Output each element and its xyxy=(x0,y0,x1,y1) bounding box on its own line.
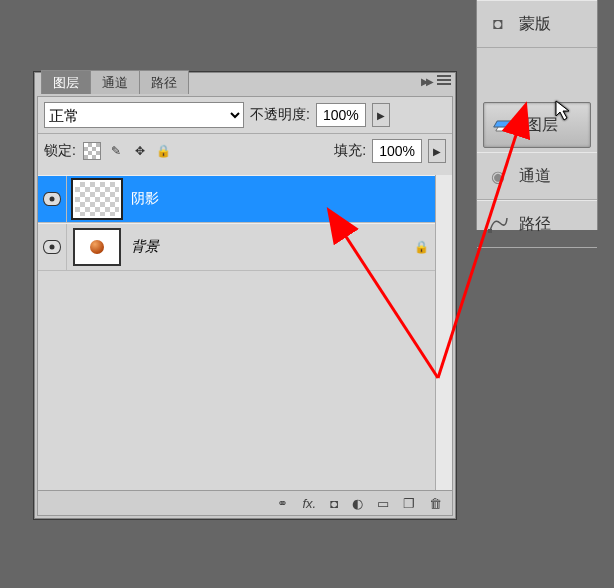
panel-tab-controls: ▶▶ xyxy=(421,75,451,87)
blend-mode-select[interactable]: 正常 xyxy=(44,102,244,128)
layers-panel: 图层 通道 路径 ▶▶ 正常 不透明度: 100% ▶ 锁定: ✎ ✥ 🔒 填充… xyxy=(33,71,457,520)
layer-name[interactable]: 背景 xyxy=(127,238,406,256)
mask-icon: ◘ xyxy=(487,14,509,34)
lock-transparent-icon[interactable] xyxy=(82,141,102,161)
sidebar-item-channels[interactable]: ◉ 通道 xyxy=(477,152,597,200)
sidebar-item-label: 路径 xyxy=(519,214,551,235)
tab-layers[interactable]: 图层 xyxy=(41,70,91,94)
right-sidebar: ◘ 蒙版 图层 ◉ 通道 路径 xyxy=(476,0,598,230)
visibility-toggle[interactable] xyxy=(38,176,67,222)
eye-icon xyxy=(43,192,61,206)
mask-icon[interactable]: ◘ xyxy=(330,496,338,511)
blend-opacity-row: 正常 不透明度: 100% ▶ xyxy=(38,97,452,133)
lock-buttons: ✎ ✥ 🔒 xyxy=(82,141,174,161)
link-icon[interactable]: ⚭ xyxy=(277,496,288,511)
eye-icon xyxy=(43,240,61,254)
sidebar-item-mask[interactable]: ◘ 蒙版 xyxy=(477,0,597,48)
sidebar-item-layers[interactable]: 图层 xyxy=(483,102,591,148)
layer-thumbnail[interactable] xyxy=(67,176,127,222)
fx-icon[interactable]: fx. xyxy=(302,496,316,511)
panel-body: 正常 不透明度: 100% ▶ 锁定: ✎ ✥ 🔒 填充: 100% ▶ xyxy=(37,96,453,491)
sidebar-item-label: 图层 xyxy=(526,115,558,136)
fill-field[interactable]: 100% xyxy=(372,139,422,163)
channels-icon: ◉ xyxy=(487,166,509,186)
panel-tabs: 图层 通道 路径 xyxy=(41,70,188,94)
fill-value: 100% xyxy=(373,143,421,159)
lock-all-icon[interactable]: 🔒 xyxy=(154,141,174,161)
fill-dropdown-icon[interactable]: ▶ xyxy=(428,139,446,163)
trash-icon[interactable]: 🗑 xyxy=(429,496,442,511)
opacity-value: 100% xyxy=(317,107,365,123)
opacity-label: 不透明度: xyxy=(250,106,310,124)
layer-list: 阴影 背景 🔒 xyxy=(38,175,436,490)
lock-fill-row: 锁定: ✎ ✥ 🔒 填充: 100% ▶ xyxy=(38,134,452,168)
collapse-icon[interactable]: ▶▶ xyxy=(421,76,431,87)
fill-label: 填充: xyxy=(334,142,366,160)
new-layer-icon[interactable]: ❐ xyxy=(403,496,415,511)
layer-row[interactable]: 背景 🔒 xyxy=(38,223,436,271)
svg-rect-0 xyxy=(488,229,492,233)
layers-icon xyxy=(494,115,516,135)
panel-menu-icon[interactable] xyxy=(437,75,451,87)
tab-paths[interactable]: 路径 xyxy=(139,70,189,94)
lock-indicator-icon: 🔒 xyxy=(406,240,436,254)
scrollbar[interactable] xyxy=(435,175,452,490)
paths-icon xyxy=(487,214,509,234)
layer-thumbnail[interactable] xyxy=(67,224,127,270)
opacity-field[interactable]: 100% xyxy=(316,103,366,127)
lock-position-icon[interactable]: ✥ xyxy=(130,141,150,161)
opacity-dropdown-icon[interactable]: ▶ xyxy=(372,103,390,127)
group-icon[interactable]: ▭ xyxy=(377,496,389,511)
visibility-toggle[interactable] xyxy=(38,224,67,270)
adjustment-icon[interactable]: ◐ xyxy=(352,496,363,511)
sidebar-item-paths[interactable]: 路径 xyxy=(477,200,597,248)
layer-row[interactable]: 阴影 xyxy=(38,175,436,223)
lock-label: 锁定: xyxy=(44,142,76,160)
tab-channels[interactable]: 通道 xyxy=(90,70,140,94)
layer-name[interactable]: 阴影 xyxy=(127,190,436,208)
sidebar-item-label: 蒙版 xyxy=(519,14,551,35)
lock-image-icon[interactable]: ✎ xyxy=(106,141,126,161)
panel-footer: ⚭ fx. ◘ ◐ ▭ ❐ 🗑 xyxy=(37,490,453,516)
sidebar-item-label: 通道 xyxy=(519,166,551,187)
